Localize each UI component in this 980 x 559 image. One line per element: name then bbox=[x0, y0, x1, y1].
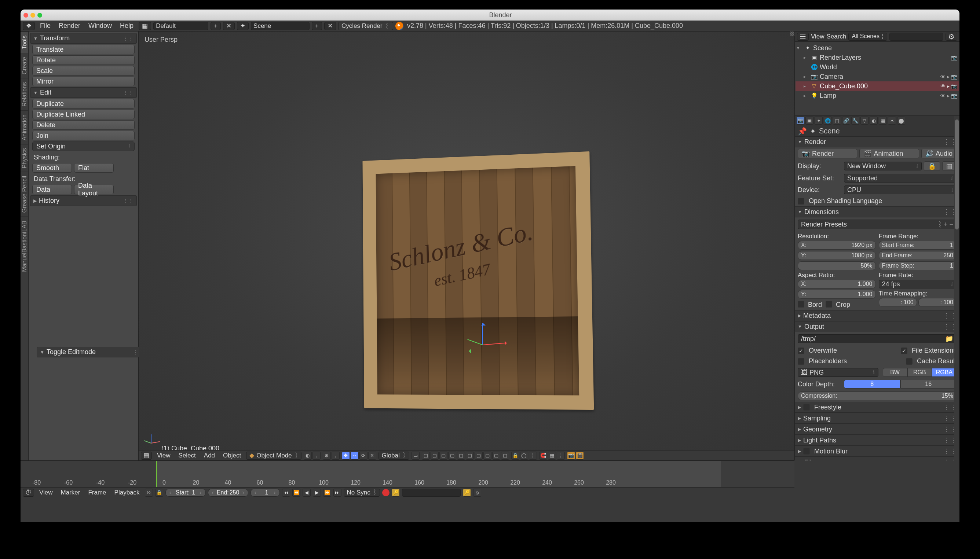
start-frame-field[interactable]: Start:1 bbox=[166, 489, 206, 497]
timeline-editor-type-icon[interactable]: ⏱ bbox=[23, 489, 34, 497]
display-select[interactable]: New Window bbox=[844, 162, 922, 170]
outliner-filter-icon[interactable]: ⚙ bbox=[945, 33, 957, 41]
menu-file[interactable]: File bbox=[37, 22, 53, 30]
lock-start-end-icon[interactable]: 🔒 bbox=[155, 489, 163, 497]
crate-mesh[interactable]: Schlonz & Co. est. 1847 bbox=[362, 151, 594, 410]
start-frame-prop[interactable]: Start Frame:1 bbox=[879, 241, 957, 250]
tab-tools[interactable]: Tools bbox=[20, 31, 28, 53]
section-output[interactable]: Output⋮⋮ bbox=[795, 321, 960, 332]
manipulator-toggle-icon[interactable]: ✥ bbox=[342, 452, 350, 460]
osl-check[interactable] bbox=[798, 198, 804, 205]
section-render[interactable]: Render⋮⋮ bbox=[795, 136, 960, 147]
tab-create[interactable]: Create bbox=[20, 53, 28, 78]
gizmo-z-axis[interactable] bbox=[482, 323, 483, 345]
tab-manuelbastionilab[interactable]: ManuelBastioniLAB bbox=[20, 217, 28, 276]
rotate-button[interactable]: Rotate bbox=[32, 55, 134, 65]
auto-keyframe-icon[interactable] bbox=[382, 489, 390, 496]
render-anim-button[interactable]: 🎬Animation bbox=[859, 149, 919, 158]
zoom-window-icon[interactable] bbox=[37, 13, 42, 18]
ctx-material-icon[interactable]: ◐ bbox=[870, 117, 878, 125]
scrollbar-thumb[interactable] bbox=[955, 119, 959, 230]
flat-button[interactable]: Flat bbox=[74, 163, 114, 173]
freestyle-check[interactable] bbox=[803, 404, 810, 410]
editor-type-icon[interactable]: ▤ bbox=[141, 452, 152, 460]
tree-lamp[interactable]: ▸💡Lamp👁▸📷 bbox=[796, 91, 959, 101]
smooth-button[interactable]: Smooth bbox=[32, 163, 72, 173]
tab-relations[interactable]: Relations bbox=[20, 78, 28, 110]
aspect-y-field[interactable]: Y:1.000 bbox=[798, 290, 876, 299]
res-x-field[interactable]: X:1920 px bbox=[798, 241, 876, 250]
outliner-editor-type-icon[interactable]: ☰ bbox=[797, 33, 809, 41]
tree-cube[interactable]: ▸▽Cube_Cube.000👁▸📷 bbox=[796, 81, 959, 91]
panel-edit[interactable]: Edit⋮⋮ bbox=[30, 87, 137, 98]
end-frame-field[interactable]: End:250 bbox=[208, 489, 248, 497]
set-origin-select[interactable]: Set Origin bbox=[32, 142, 134, 151]
tree-world[interactable]: 🌐World bbox=[796, 62, 959, 72]
orientation-select[interactable]: Global⦚ bbox=[378, 452, 409, 460]
depth-16-button[interactable]: 16 bbox=[900, 380, 957, 389]
join-button[interactable]: Join bbox=[32, 131, 134, 141]
vp-menu-object[interactable]: Object bbox=[220, 452, 244, 459]
viewport-3d[interactable]: User Persp Schlonz & Co. est. 1847 (1) C… bbox=[139, 31, 794, 460]
remove-layout-button[interactable]: ✕ bbox=[223, 22, 235, 30]
file-format-select[interactable]: 🖼 PNG bbox=[798, 368, 879, 377]
tree-scene[interactable]: ▾✦Scene bbox=[796, 43, 959, 53]
compression-field[interactable]: Compression:15% bbox=[798, 392, 957, 400]
section-geometry[interactable]: Geometry⋮⋮ bbox=[795, 424, 960, 435]
insert-keyframe-icon[interactable]: 🔑 bbox=[463, 489, 471, 497]
tl-menu-view[interactable]: View bbox=[36, 489, 56, 496]
ctx-renderlayers-icon[interactable]: ▣ bbox=[806, 117, 814, 125]
ctx-modifiers-icon[interactable]: 🔧 bbox=[851, 117, 859, 125]
section-light-paths[interactable]: Light Paths⋮⋮ bbox=[795, 435, 960, 446]
screen-layout-select[interactable]: Default bbox=[153, 22, 208, 30]
close-window-icon[interactable] bbox=[23, 13, 28, 18]
screen-layout-icon[interactable]: ▦ bbox=[139, 22, 151, 30]
device-select[interactable]: CPU bbox=[844, 185, 957, 194]
translate-button[interactable]: Translate bbox=[32, 45, 134, 54]
blender-icon[interactable]: ❖ bbox=[23, 22, 35, 30]
res-y-field[interactable]: Y:1080 px bbox=[798, 251, 876, 260]
vp-menu-add[interactable]: Add bbox=[201, 452, 218, 459]
play-icon[interactable]: ▶ bbox=[313, 489, 321, 497]
duplicate-button[interactable]: Duplicate bbox=[32, 99, 134, 109]
tab-physics[interactable]: Physics bbox=[20, 144, 28, 172]
section-motion-blur[interactable]: Motion Blur⋮⋮ bbox=[795, 446, 960, 457]
section-metadata[interactable]: Metadata⋮⋮ bbox=[795, 310, 960, 321]
data-button[interactable]: Data bbox=[32, 185, 72, 194]
area-corner-icon[interactable] bbox=[790, 31, 794, 36]
manipulator-rotate-icon[interactable]: ⟳ bbox=[360, 452, 368, 460]
transform-gizmo[interactable] bbox=[468, 330, 497, 359]
remap-new-field[interactable]: : 100 bbox=[919, 298, 957, 307]
use-preview-range-icon[interactable]: ⏲ bbox=[145, 489, 153, 497]
render-engine-select[interactable]: Cycles Render⦚ bbox=[338, 22, 393, 30]
tl-menu-marker[interactable]: Marker bbox=[58, 489, 83, 496]
scale-button[interactable]: Scale bbox=[32, 66, 134, 76]
proportional-menu-icon[interactable]: ⦚ bbox=[529, 452, 537, 460]
timeline-ruler[interactable]: -80-60-40-200204060801001201401601802002… bbox=[20, 461, 794, 487]
menu-help[interactable]: Help bbox=[117, 22, 136, 30]
scene-icon[interactable]: ✦ bbox=[237, 22, 249, 30]
jump-end-icon[interactable]: ⏭ bbox=[333, 489, 342, 497]
add-scene-button[interactable]: + bbox=[312, 22, 322, 30]
snap-type-icon[interactable]: ▦ bbox=[548, 452, 556, 460]
frame-step-prop[interactable]: Frame Step:1 bbox=[879, 261, 957, 270]
manipulator-translate-icon[interactable]: ↔ bbox=[351, 452, 359, 460]
lock-render-icon[interactable]: 🔒 bbox=[924, 161, 940, 171]
file-ext-check[interactable] bbox=[901, 347, 907, 354]
tree-renderlayers[interactable]: ▸▣RenderLayers📷 bbox=[796, 53, 959, 62]
aspect-x-field[interactable]: X:1.000 bbox=[798, 280, 876, 288]
delete-button[interactable]: Delete bbox=[32, 120, 134, 130]
manipulator-scale-icon[interactable]: ⤧ bbox=[368, 452, 376, 460]
play-reverse-icon[interactable]: ◀ bbox=[303, 489, 311, 497]
bw-button[interactable]: BW bbox=[883, 368, 907, 377]
scene-breadcrumb[interactable]: Scene bbox=[819, 127, 840, 135]
folder-icon[interactable]: 📁 bbox=[945, 335, 953, 343]
shading-sphere-icon[interactable]: ◐ bbox=[304, 452, 312, 460]
ctx-particles-icon[interactable]: ✶ bbox=[888, 117, 896, 125]
section-freestyle[interactable]: Freestyle⋮⋮ bbox=[795, 402, 960, 413]
keying-set-field[interactable] bbox=[402, 489, 461, 497]
overwrite-check[interactable] bbox=[798, 347, 804, 354]
render-button[interactable]: 📷Render bbox=[798, 149, 857, 158]
ctx-texture-icon[interactable]: ▦ bbox=[879, 117, 887, 125]
properties-scrollbar[interactable] bbox=[954, 116, 960, 460]
